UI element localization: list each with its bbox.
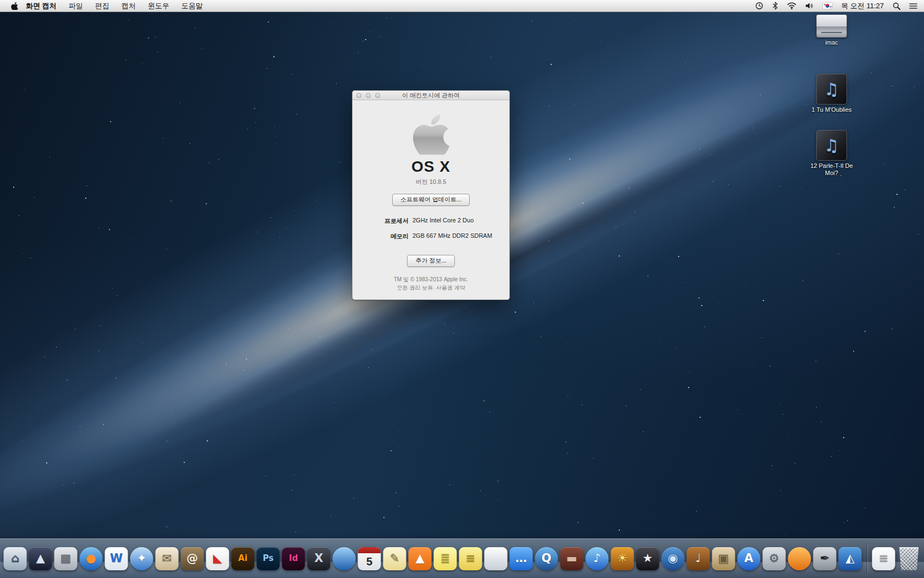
- dock-item-rocket-app[interactable]: ▲: [29, 547, 52, 570]
- dock-item-stickies[interactable]: ≣: [434, 547, 457, 570]
- notification-center-icon[interactable]: [909, 3, 917, 9]
- menubar-app-name[interactable]: 화면 캡처: [26, 1, 57, 11]
- spotlight-icon[interactable]: [893, 2, 900, 10]
- dock-item-adobe-illustrator[interactable]: Ai: [232, 547, 255, 570]
- dock-item-app-store[interactable]: A: [738, 547, 761, 570]
- desktop-screen: 화면 캡처 파일 편집 캡처 윈도우 도움말 목 오전 11:27: [0, 0, 924, 578]
- dock-item-building-app[interactable]: ▦: [54, 547, 78, 570]
- dock-item-firefox[interactable]: ●: [80, 547, 103, 570]
- wifi-icon[interactable]: [787, 2, 796, 9]
- memory-row: 메모리 2GB 667 MHz DDR2 SDRAM: [358, 232, 504, 241]
- dock-item-star-app[interactable]: ★: [636, 547, 659, 570]
- memory-value: 2GB 667 MHz DDR2 SDRAM: [413, 232, 492, 241]
- window-titlebar[interactable]: 이 매킨토시에 관하여: [353, 91, 509, 100]
- menu-window[interactable]: 윈도우: [148, 1, 169, 11]
- time-machine-icon[interactable]: [755, 2, 763, 10]
- desktop-icon-label: imac: [806, 39, 857, 46]
- dock-item-chat-white-app[interactable]: [485, 547, 508, 570]
- processor-label: 프로세서: [358, 217, 409, 225]
- desktop-icon-imac[interactable]: imac: [806, 14, 857, 46]
- dock-item-quicktime[interactable]: Q: [535, 547, 558, 570]
- window-title: 이 매킨토시에 관하여: [402, 91, 460, 100]
- dock-item-x11[interactable]: X: [307, 547, 331, 570]
- dock-item-dvd-player[interactable]: ◉: [662, 547, 685, 570]
- copyright-line2: 모든 권리 보유. 사용권 계약: [358, 284, 504, 292]
- zoom-button[interactable]: [375, 93, 380, 98]
- audio-file-icon: ♫: [816, 74, 847, 105]
- dock-divider: [867, 544, 867, 574]
- bluetooth-icon[interactable]: [772, 2, 778, 10]
- software-update-button[interactable]: 소프트웨어 업데이트...: [392, 194, 470, 206]
- copyright-text: TM 및 © 1983-2013 Apple Inc. 모든 권리 보유. 사용…: [358, 276, 504, 292]
- dock-item-adobe-reader[interactable]: ◣: [206, 547, 229, 570]
- dock-item-stamp-mail-app[interactable]: ✉: [156, 547, 179, 570]
- desktop-icon-label: 1 Tu M'Oublies: [806, 106, 857, 113]
- dock-item-vlc[interactable]: ▲: [409, 547, 432, 570]
- dock-item-address-book-app[interactable]: ▬: [560, 547, 584, 570]
- processor-row: 프로세서 2GHz Intel Core 2 Duo: [358, 217, 504, 225]
- dock-item-trash[interactable]: [898, 547, 921, 570]
- menu-capture[interactable]: 캡처: [122, 1, 136, 11]
- dock-item-messages[interactable]: …: [510, 547, 533, 570]
- dock-item-system-preferences[interactable]: ⚙: [763, 547, 786, 570]
- audio-file-icon: ♫: [816, 130, 847, 161]
- dock-item-sticky-pad[interactable]: ≡: [459, 547, 482, 570]
- dock: ⌂▲▦●W✦✉@◣AiPsIdX5✎▲≣≡…Q▬♪☀★◉♩▣A⚙✒◭≡: [0, 538, 924, 578]
- volume-icon[interactable]: [805, 2, 814, 9]
- copyright-line1: TM 및 © 1983-2013 Apple Inc.: [358, 276, 504, 284]
- minimize-button[interactable]: [366, 93, 371, 98]
- about-this-mac-window: 이 매킨토시에 관하여 OS X 버전 10.8.5 소프트웨어 업데이트...: [352, 90, 510, 300]
- dock-item-blue-orb-app[interactable]: [333, 547, 356, 570]
- memory-label: 메모리: [358, 232, 409, 241]
- dock-item-ink-app[interactable]: ✒: [813, 547, 837, 570]
- os-name: OS X: [358, 158, 504, 176]
- dock-item-garageband[interactable]: ♩: [687, 547, 710, 570]
- apple-logo: [413, 111, 449, 155]
- dock-item-itunes[interactable]: ♪: [586, 547, 609, 570]
- dock-item-sunburst-app[interactable]: ☀: [611, 547, 634, 570]
- desktop-icon-audio-1[interactable]: ♫ 1 Tu M'Oublies: [806, 74, 857, 113]
- dock-item-safari[interactable]: ✦: [130, 547, 153, 570]
- korean-flag-icon[interactable]: [823, 3, 832, 9]
- more-info-button[interactable]: 추가 정보...: [407, 255, 454, 267]
- processor-value: 2GHz Intel Core 2 Duo: [413, 217, 474, 225]
- close-button[interactable]: [356, 93, 361, 98]
- dock-item-workbench-app[interactable]: ⌂: [4, 547, 27, 570]
- dock-item-calendar[interactable]: 5: [358, 547, 381, 570]
- dock-item-at-mail-app[interactable]: @: [181, 547, 204, 570]
- desktop-icon-audio-12[interactable]: ♫ 12 Parle-T-Il De Moi?: [806, 130, 857, 177]
- menubar-status-area: 목 오전 11:27: [755, 1, 917, 11]
- dock-item-adobe-photoshop[interactable]: Ps: [257, 547, 280, 570]
- menu-edit[interactable]: 편집: [95, 1, 109, 11]
- music-note-icon: ♫: [824, 136, 839, 155]
- menubar-clock[interactable]: 목 오전 11:27: [841, 1, 884, 11]
- dock-item-frame-app[interactable]: ▣: [712, 547, 735, 570]
- hard-drive-icon: [816, 14, 847, 37]
- dock-item-sail-app[interactable]: ◭: [839, 547, 862, 570]
- music-note-icon: ♫: [824, 80, 839, 99]
- dock-item-notes[interactable]: ✎: [383, 547, 406, 570]
- desktop-icon-label: 12 Parle-T-Il De Moi?: [806, 162, 857, 177]
- apple-menu-icon[interactable]: [11, 2, 18, 10]
- menu-file[interactable]: 파일: [69, 1, 83, 11]
- dock-item-w-writer-app[interactable]: W: [105, 547, 128, 570]
- os-version: 버전 10.8.5: [358, 178, 504, 186]
- dock-item-textedit-document[interactable]: ≡: [872, 547, 895, 570]
- dock-item-orange-orb-app[interactable]: [788, 547, 811, 570]
- menubar: 화면 캡처 파일 편집 캡처 윈도우 도움말 목 오전 11:27: [0, 0, 924, 12]
- menu-help[interactable]: 도움말: [182, 1, 203, 11]
- dock-item-adobe-indesign[interactable]: Id: [282, 547, 305, 570]
